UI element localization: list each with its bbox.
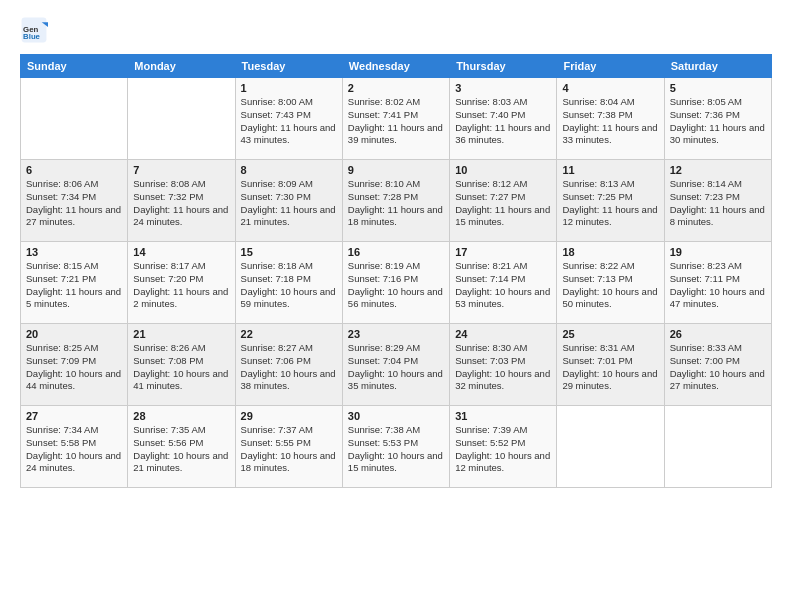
day-number: 20 [26, 328, 122, 340]
day-info: Sunrise: 8:15 AM Sunset: 7:21 PM Dayligh… [26, 260, 122, 311]
day-info: Sunrise: 8:03 AM Sunset: 7:40 PM Dayligh… [455, 96, 551, 147]
day-number: 21 [133, 328, 229, 340]
calendar-cell: 1Sunrise: 8:00 AM Sunset: 7:43 PM Daylig… [235, 78, 342, 160]
day-number: 12 [670, 164, 766, 176]
day-info: Sunrise: 8:25 AM Sunset: 7:09 PM Dayligh… [26, 342, 122, 393]
calendar-cell: 28Sunrise: 7:35 AM Sunset: 5:56 PM Dayli… [128, 406, 235, 488]
day-info: Sunrise: 7:39 AM Sunset: 5:52 PM Dayligh… [455, 424, 551, 475]
day-number: 24 [455, 328, 551, 340]
day-info: Sunrise: 8:09 AM Sunset: 7:30 PM Dayligh… [241, 178, 337, 229]
page: Gen Blue SundayMondayTuesdayWednesdayThu… [0, 0, 792, 612]
day-info: Sunrise: 8:27 AM Sunset: 7:06 PM Dayligh… [241, 342, 337, 393]
day-info: Sunrise: 8:19 AM Sunset: 7:16 PM Dayligh… [348, 260, 444, 311]
calendar-cell: 23Sunrise: 8:29 AM Sunset: 7:04 PM Dayli… [342, 324, 449, 406]
day-number: 3 [455, 82, 551, 94]
day-number: 17 [455, 246, 551, 258]
calendar-week-row: 6Sunrise: 8:06 AM Sunset: 7:34 PM Daylig… [21, 160, 772, 242]
calendar: SundayMondayTuesdayWednesdayThursdayFrid… [20, 54, 772, 488]
calendar-week-row: 20Sunrise: 8:25 AM Sunset: 7:09 PM Dayli… [21, 324, 772, 406]
calendar-cell: 17Sunrise: 8:21 AM Sunset: 7:14 PM Dayli… [450, 242, 557, 324]
day-info: Sunrise: 8:17 AM Sunset: 7:20 PM Dayligh… [133, 260, 229, 311]
weekday-header: Wednesday [342, 55, 449, 78]
day-number: 19 [670, 246, 766, 258]
calendar-body: 1Sunrise: 8:00 AM Sunset: 7:43 PM Daylig… [21, 78, 772, 488]
calendar-week-row: 27Sunrise: 7:34 AM Sunset: 5:58 PM Dayli… [21, 406, 772, 488]
day-info: Sunrise: 8:05 AM Sunset: 7:36 PM Dayligh… [670, 96, 766, 147]
calendar-cell: 19Sunrise: 8:23 AM Sunset: 7:11 PM Dayli… [664, 242, 771, 324]
day-number: 4 [562, 82, 658, 94]
day-number: 28 [133, 410, 229, 422]
day-number: 14 [133, 246, 229, 258]
calendar-cell [557, 406, 664, 488]
logo-icon: Gen Blue [20, 16, 48, 44]
calendar-cell [21, 78, 128, 160]
weekday-header: Monday [128, 55, 235, 78]
day-number: 9 [348, 164, 444, 176]
calendar-cell: 26Sunrise: 8:33 AM Sunset: 7:00 PM Dayli… [664, 324, 771, 406]
day-info: Sunrise: 8:14 AM Sunset: 7:23 PM Dayligh… [670, 178, 766, 229]
day-number: 18 [562, 246, 658, 258]
weekday-header: Friday [557, 55, 664, 78]
calendar-cell: 12Sunrise: 8:14 AM Sunset: 7:23 PM Dayli… [664, 160, 771, 242]
day-number: 11 [562, 164, 658, 176]
day-info: Sunrise: 8:26 AM Sunset: 7:08 PM Dayligh… [133, 342, 229, 393]
calendar-cell: 11Sunrise: 8:13 AM Sunset: 7:25 PM Dayli… [557, 160, 664, 242]
calendar-cell: 3Sunrise: 8:03 AM Sunset: 7:40 PM Daylig… [450, 78, 557, 160]
day-info: Sunrise: 8:10 AM Sunset: 7:28 PM Dayligh… [348, 178, 444, 229]
weekday-header: Saturday [664, 55, 771, 78]
day-info: Sunrise: 8:06 AM Sunset: 7:34 PM Dayligh… [26, 178, 122, 229]
calendar-cell: 10Sunrise: 8:12 AM Sunset: 7:27 PM Dayli… [450, 160, 557, 242]
weekday-header: Thursday [450, 55, 557, 78]
weekday-header: Sunday [21, 55, 128, 78]
day-number: 16 [348, 246, 444, 258]
day-number: 10 [455, 164, 551, 176]
day-number: 31 [455, 410, 551, 422]
day-number: 23 [348, 328, 444, 340]
calendar-cell: 22Sunrise: 8:27 AM Sunset: 7:06 PM Dayli… [235, 324, 342, 406]
calendar-cell: 4Sunrise: 8:04 AM Sunset: 7:38 PM Daylig… [557, 78, 664, 160]
day-number: 1 [241, 82, 337, 94]
calendar-cell: 18Sunrise: 8:22 AM Sunset: 7:13 PM Dayli… [557, 242, 664, 324]
day-info: Sunrise: 8:12 AM Sunset: 7:27 PM Dayligh… [455, 178, 551, 229]
calendar-cell: 31Sunrise: 7:39 AM Sunset: 5:52 PM Dayli… [450, 406, 557, 488]
day-number: 6 [26, 164, 122, 176]
calendar-cell: 25Sunrise: 8:31 AM Sunset: 7:01 PM Dayli… [557, 324, 664, 406]
calendar-cell: 6Sunrise: 8:06 AM Sunset: 7:34 PM Daylig… [21, 160, 128, 242]
calendar-week-row: 13Sunrise: 8:15 AM Sunset: 7:21 PM Dayli… [21, 242, 772, 324]
day-info: Sunrise: 8:30 AM Sunset: 7:03 PM Dayligh… [455, 342, 551, 393]
day-number: 15 [241, 246, 337, 258]
calendar-cell: 5Sunrise: 8:05 AM Sunset: 7:36 PM Daylig… [664, 78, 771, 160]
day-number: 5 [670, 82, 766, 94]
day-info: Sunrise: 7:34 AM Sunset: 5:58 PM Dayligh… [26, 424, 122, 475]
day-number: 26 [670, 328, 766, 340]
calendar-cell: 2Sunrise: 8:02 AM Sunset: 7:41 PM Daylig… [342, 78, 449, 160]
day-info: Sunrise: 8:23 AM Sunset: 7:11 PM Dayligh… [670, 260, 766, 311]
day-info: Sunrise: 7:35 AM Sunset: 5:56 PM Dayligh… [133, 424, 229, 475]
day-number: 27 [26, 410, 122, 422]
day-number: 2 [348, 82, 444, 94]
weekday-row: SundayMondayTuesdayWednesdayThursdayFrid… [21, 55, 772, 78]
day-number: 22 [241, 328, 337, 340]
day-info: Sunrise: 8:04 AM Sunset: 7:38 PM Dayligh… [562, 96, 658, 147]
day-info: Sunrise: 8:18 AM Sunset: 7:18 PM Dayligh… [241, 260, 337, 311]
day-info: Sunrise: 8:33 AM Sunset: 7:00 PM Dayligh… [670, 342, 766, 393]
calendar-cell [128, 78, 235, 160]
day-info: Sunrise: 7:38 AM Sunset: 5:53 PM Dayligh… [348, 424, 444, 475]
day-number: 13 [26, 246, 122, 258]
calendar-cell: 8Sunrise: 8:09 AM Sunset: 7:30 PM Daylig… [235, 160, 342, 242]
day-info: Sunrise: 8:00 AM Sunset: 7:43 PM Dayligh… [241, 96, 337, 147]
day-info: Sunrise: 8:31 AM Sunset: 7:01 PM Dayligh… [562, 342, 658, 393]
day-number: 7 [133, 164, 229, 176]
calendar-cell: 21Sunrise: 8:26 AM Sunset: 7:08 PM Dayli… [128, 324, 235, 406]
calendar-cell: 27Sunrise: 7:34 AM Sunset: 5:58 PM Dayli… [21, 406, 128, 488]
calendar-week-row: 1Sunrise: 8:00 AM Sunset: 7:43 PM Daylig… [21, 78, 772, 160]
calendar-cell: 16Sunrise: 8:19 AM Sunset: 7:16 PM Dayli… [342, 242, 449, 324]
calendar-cell: 14Sunrise: 8:17 AM Sunset: 7:20 PM Dayli… [128, 242, 235, 324]
day-number: 29 [241, 410, 337, 422]
header: Gen Blue [20, 16, 772, 44]
calendar-cell: 15Sunrise: 8:18 AM Sunset: 7:18 PM Dayli… [235, 242, 342, 324]
day-info: Sunrise: 8:29 AM Sunset: 7:04 PM Dayligh… [348, 342, 444, 393]
calendar-cell: 30Sunrise: 7:38 AM Sunset: 5:53 PM Dayli… [342, 406, 449, 488]
svg-text:Blue: Blue [23, 32, 41, 41]
calendar-cell [664, 406, 771, 488]
